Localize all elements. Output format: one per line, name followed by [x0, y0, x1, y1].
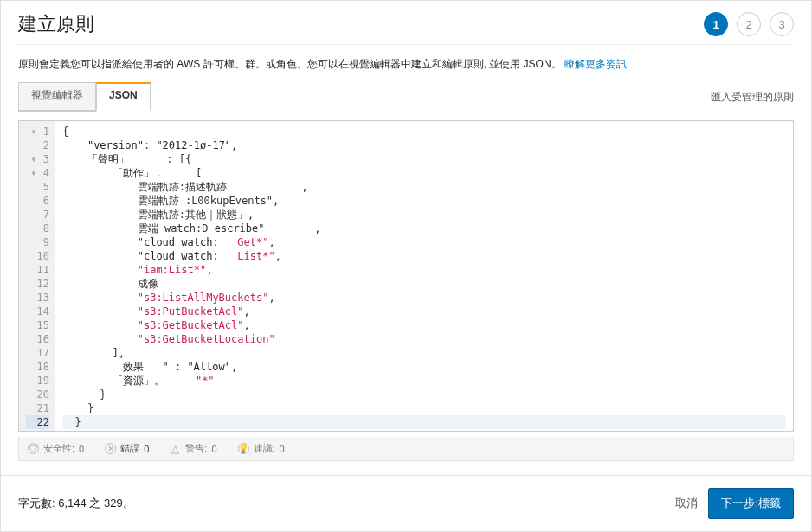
validation-status-bar: 🛡 安全性: 0 ✕ 錯誤 0 △ 警告: 0 💡 建議: 0 [18, 437, 794, 461]
editor-tabs: 視覺編輯器 JSON [18, 82, 151, 112]
gutter-line-7: 7 [26, 208, 49, 221]
status-error-label: 錯誤 [120, 442, 139, 455]
shield-icon: 🛡 [28, 443, 39, 454]
gutter-line-4: ▾ 4 [26, 166, 49, 180]
gutter-line-1: ▾ 1 [26, 125, 49, 138]
charcount-sep: 之 [89, 497, 100, 510]
code-line-12[interactable]: 成像 [62, 277, 786, 291]
gutter-line-22: 22 [26, 415, 49, 429]
learn-more-link[interactable]: 瞭解更多姿訊 [564, 58, 627, 70]
charcount-total: 329 [104, 497, 123, 510]
wizard-steps: 1 2 3 [704, 12, 794, 36]
code-line-18[interactable]: 「效果 " : "Allow", [62, 360, 786, 374]
cancel-button[interactable]: 取消 [675, 496, 698, 511]
tab-json[interactable]: JSON [96, 82, 151, 112]
gutter-line-6: 6 [26, 194, 49, 208]
status-security-label: 安全性: [43, 442, 74, 455]
gutter-line-19: 19 [26, 374, 49, 388]
gutter-line-11: 11 [26, 263, 49, 277]
code-line-3[interactable]: 「聲明」 : [{ [62, 152, 786, 166]
code-line-19[interactable]: 「資源」。 "*" [62, 374, 786, 388]
status-security-count: 0 [79, 444, 84, 454]
gutter-line-14: 14 [26, 304, 49, 318]
code-line-17[interactable]: ], [62, 346, 786, 360]
status-suggestions: 💡 建議: 0 [238, 442, 285, 455]
page-description: 原則會定義您可以指派給使用者的 AWS 許可權。群。或角色。您可以在視覺編輯器中… [1, 45, 811, 74]
code-line-16[interactable]: "s3:GetBucketLocation" [62, 332, 786, 346]
code-line-13[interactable]: "s3:ListAllMyBuckets", [62, 291, 786, 304]
gutter-line-5: 5 [26, 180, 49, 194]
gutter-line-13: 13 [26, 291, 49, 304]
status-warning-label: 警告: [185, 442, 207, 455]
import-managed-policy-link[interactable]: 匯入受管理的原則 [711, 90, 794, 105]
warning-icon: △ [170, 443, 181, 454]
code-line-2[interactable]: "version": "2012-1ø-17", [62, 138, 786, 152]
character-count: 字元數: 6,144 之 329。 [18, 496, 134, 511]
status-error: ✕ 錯誤 0 [105, 442, 149, 455]
editor-code-area[interactable]: { "version": "2012-1ø-17", 「聲明」 : [{ 「動作… [55, 121, 793, 431]
code-line-10[interactable]: "cloud watch: List*", [62, 249, 786, 263]
status-security: 🛡 安全性: 0 [28, 442, 84, 455]
error-icon: ✕ [105, 443, 116, 454]
charcount-label: 字元數: [18, 497, 55, 510]
wizard-step-3[interactable]: 3 [770, 12, 794, 36]
gutter-line-21: 21 [26, 401, 49, 415]
gutter-line-9: 9 [26, 235, 49, 249]
status-warning: △ 警告: 0 [170, 442, 216, 455]
gutter-line-3: ▾ 3 [26, 152, 49, 166]
status-suggestions-label: 建議: [254, 442, 275, 455]
gutter-line-20: 20 [26, 388, 49, 401]
code-line-9[interactable]: "cloud watch: Get*", [62, 235, 786, 249]
code-line-20[interactable]: } [62, 388, 786, 401]
description-text: 原則會定義您可以指派給使用者的 AWS 許可權。群。或角色。您可以在視覺編輯器中… [18, 58, 562, 70]
gutter-line-2: 2 [26, 138, 49, 152]
editor-gutter: ▾ 12▾ 3▾ 4567891011121314151617181920212… [19, 121, 55, 431]
gutter-line-12: 12 [26, 277, 49, 291]
code-line-5[interactable]: 雲端軌跡:描述軌跡 , [62, 180, 786, 194]
code-line-21[interactable]: } [62, 401, 786, 415]
json-editor[interactable]: ▾ 12▾ 3▾ 4567891011121314151617181920212… [18, 120, 794, 432]
gutter-line-8: 8 [26, 221, 49, 235]
code-line-4[interactable]: 「動作」． [ [62, 166, 786, 180]
status-suggestions-count: 0 [280, 444, 285, 454]
charcount-used: 6,144 [58, 497, 87, 510]
page-title: 建立原則 [18, 11, 94, 37]
lightbulb-icon: 💡 [238, 443, 249, 454]
code-line-8[interactable]: 雲端 watch:D escribe" , [62, 221, 786, 235]
tab-visual-editor[interactable]: 視覺編輯器 [18, 82, 96, 112]
code-line-11[interactable]: "iam:List*", [62, 263, 786, 277]
wizard-step-1[interactable]: 1 [704, 12, 728, 36]
next-button[interactable]: 下一步:標籤 [708, 488, 794, 519]
wizard-step-2[interactable]: 2 [737, 12, 761, 36]
code-line-1[interactable]: { [62, 125, 786, 138]
code-line-22[interactable]: } [62, 415, 786, 429]
code-line-14[interactable]: "s3:PutBucketAcl", [62, 304, 786, 318]
code-line-15[interactable]: "s3:GetBucketAcl", [62, 318, 786, 332]
gutter-line-16: 16 [26, 332, 49, 346]
code-line-7[interactable]: 雲端軌跡:其他｜狀態」, [62, 208, 786, 221]
code-line-6[interactable]: 雲端軌跡 :L00kupEvents", [62, 194, 786, 208]
status-error-count: 0 [144, 444, 149, 454]
gutter-line-17: 17 [26, 346, 49, 360]
status-warning-count: 0 [211, 444, 216, 454]
gutter-line-10: 10 [26, 249, 49, 263]
gutter-line-15: 15 [26, 318, 49, 332]
gutter-line-18: 18 [26, 360, 49, 374]
